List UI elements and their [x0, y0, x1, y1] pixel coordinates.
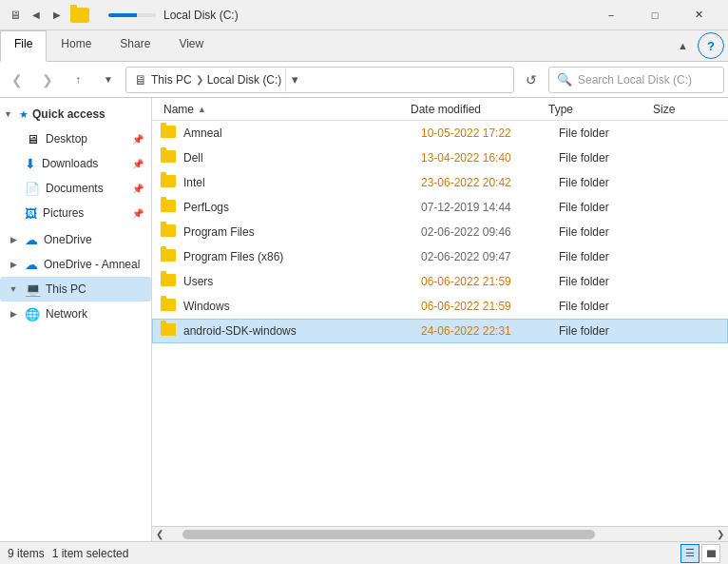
downloads-icon: ⬇: [25, 156, 36, 171]
col-header-date[interactable]: Date modified: [407, 98, 545, 120]
pictures-label: Pictures: [43, 206, 126, 220]
documents-pin-icon: 📌: [132, 184, 144, 194]
minimize-button[interactable]: −: [589, 0, 633, 30]
quick-access-section: ▼ ★ Quick access 🖥 Desktop 📌 ⬇ Downloads…: [0, 102, 151, 225]
pictures-expand: [8, 207, 19, 219]
onedrive-icon: ☁: [25, 232, 38, 247]
sidebar-item-desktop[interactable]: 🖥 Desktop 📌: [0, 126, 151, 151]
forward-button[interactable]: ❯: [34, 67, 61, 93]
ribbon-expand: ▲ ?: [672, 30, 728, 61]
file-name: Program Files (x86): [183, 250, 421, 263]
search-box[interactable]: 🔍 Search Local Disk (C:): [548, 67, 724, 93]
table-row[interactable]: Users06-06-2022 21:59File folder: [152, 269, 728, 294]
quick-access-star-icon: ★: [19, 108, 29, 121]
tab-home[interactable]: Home: [47, 30, 105, 61]
refresh-button[interactable]: ↺: [518, 67, 545, 93]
forward-icon: ▶: [49, 8, 65, 23]
tab-share[interactable]: Share: [105, 30, 164, 61]
col-header-size[interactable]: Size: [649, 98, 720, 120]
table-row[interactable]: Program Files (x86)02-06-2022 09:47File …: [152, 244, 728, 269]
folder-icon: [161, 175, 178, 190]
desktop-pin-icon: 📌: [132, 134, 144, 145]
col-header-type[interactable]: Type: [545, 98, 649, 120]
status-bar: 9 items 1 item selected ☰ ⯀: [0, 541, 728, 564]
file-date: 10-05-2022 17:22: [421, 126, 559, 140]
details-view-button[interactable]: ☰: [680, 544, 699, 563]
sidebar-item-onedrive[interactable]: ▶ ☁ OneDrive: [0, 227, 151, 252]
col-header-name[interactable]: Name ▲: [160, 98, 407, 120]
path-dropdown-button[interactable]: ▾: [285, 67, 304, 93]
pictures-icon: 🖼: [25, 206, 37, 221]
network-label: Network: [46, 307, 144, 321]
scroll-thumb[interactable]: [182, 530, 595, 539]
recent-locations-button[interactable]: ▼: [95, 67, 122, 93]
window-controls[interactable]: − □ ✕: [589, 0, 720, 30]
quick-access-expand-icon: ▼: [4, 109, 15, 119]
maximize-button[interactable]: □: [633, 0, 677, 30]
folder-icon: [161, 323, 178, 339]
path-arrow-1: ❯: [196, 74, 203, 85]
tab-view[interactable]: View: [164, 30, 218, 61]
sidebar-item-onedrive-amneal[interactable]: ▶ ☁ OneDrive - Amneal: [0, 252, 151, 277]
title-progress-fill: [108, 13, 137, 17]
main-area: ▼ ★ Quick access 🖥 Desktop 📌 ⬇ Downloads…: [0, 98, 728, 541]
help-button[interactable]: ?: [698, 32, 724, 59]
ribbon-collapse-icon[interactable]: ▲: [672, 40, 694, 51]
sort-arrow-name: ▲: [198, 105, 206, 114]
network-expand: ▶: [8, 308, 19, 320]
large-icons-view-button[interactable]: ⯀: [701, 544, 720, 563]
file-type: File folder: [559, 176, 663, 189]
table-row[interactable]: PerfLogs07-12-2019 14:44File folder: [152, 195, 728, 220]
scroll-left-button[interactable]: ❮: [152, 527, 167, 542]
pictures-pin-icon: 📌: [132, 208, 144, 219]
left-panel: ▼ ★ Quick access 🖥 Desktop 📌 ⬇ Downloads…: [0, 98, 152, 541]
folder-icon: [161, 200, 178, 215]
view-controls: ☰ ⯀: [680, 544, 720, 563]
sidebar-item-downloads[interactable]: ⬇ Downloads 📌: [0, 151, 151, 176]
quick-access-header[interactable]: ▼ ★ Quick access: [0, 102, 151, 126]
back-button[interactable]: ❮: [4, 67, 30, 93]
file-type: File folder: [559, 225, 663, 239]
sidebar-item-thispc[interactable]: ▼ 💻 This PC: [0, 277, 151, 301]
file-date: 23-06-2022 20:42: [421, 176, 559, 189]
table-row[interactable]: android-SDK-windows24-06-2022 22:31File …: [152, 319, 728, 343]
file-type: File folder: [559, 275, 663, 288]
address-path[interactable]: 🖥 This PC ❯ Local Disk (C:) ▾: [125, 67, 514, 93]
title-bar-icons: 🖥 ◀ ▶: [8, 8, 93, 23]
file-date: 13-04-2022 16:40: [421, 151, 559, 165]
file-type: File folder: [559, 201, 663, 214]
sidebar-item-documents[interactable]: 📄 Documents 📌: [0, 176, 151, 201]
folder-icon: [161, 274, 178, 289]
column-headers: Name ▲ Date modified Type Size: [152, 98, 728, 121]
search-icon: 🔍: [557, 72, 572, 87]
tab-file[interactable]: File: [0, 30, 47, 62]
title-progress-bar: [108, 13, 156, 17]
file-date: 06-06-2022 21:59: [421, 275, 559, 288]
table-row[interactable]: Intel23-06-2022 20:42File folder: [152, 170, 728, 195]
documents-label: Documents: [46, 182, 126, 195]
ribbon-tabs: File Home Share View ▲ ?: [0, 30, 728, 61]
table-row[interactable]: Program Files02-06-2022 09:46File folder: [152, 220, 728, 244]
scroll-area: ❮ ❯: [152, 526, 728, 541]
scroll-right-button[interactable]: ❯: [713, 527, 728, 542]
onedrive-amneal-expand: ▶: [8, 259, 19, 270]
file-name: Windows: [183, 300, 421, 313]
file-type: File folder: [559, 151, 663, 165]
sidebar-item-pictures[interactable]: 🖼 Pictures 📌: [0, 201, 151, 225]
sidebar-item-network[interactable]: ▶ 🌐 Network: [0, 301, 151, 326]
table-row[interactable]: Windows06-06-2022 21:59File folder: [152, 294, 728, 319]
table-row[interactable]: Amneal10-05-2022 17:22File folder: [152, 121, 728, 146]
close-button[interactable]: ✕: [677, 0, 720, 30]
table-row[interactable]: Dell13-04-2022 16:40File folder: [152, 146, 728, 170]
file-date: 07-12-2019 14:44: [421, 201, 559, 214]
file-date: 06-06-2022 21:59: [421, 300, 559, 313]
folder-icon: [161, 299, 178, 314]
scroll-track[interactable]: [182, 530, 698, 539]
file-type: File folder: [559, 250, 663, 263]
file-list: Amneal10-05-2022 17:22File folderDell13-…: [152, 121, 728, 526]
up-button[interactable]: ↑: [65, 67, 91, 93]
documents-icon: 📄: [25, 182, 40, 196]
file-type: File folder: [559, 300, 663, 313]
search-placeholder: Search Local Disk (C:): [578, 73, 692, 87]
file-type: File folder: [559, 126, 663, 140]
